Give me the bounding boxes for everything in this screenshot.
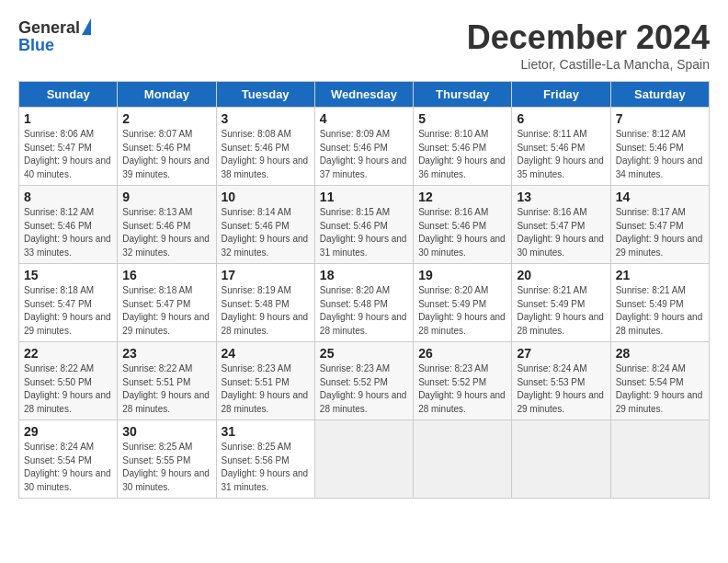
sunset-text: Sunset: 5:48 PM [320, 299, 388, 309]
day-info: Sunrise: 8:23 AM Sunset: 5:52 PM Dayligh… [320, 362, 408, 416]
sunrise-text: Sunrise: 8:15 AM [320, 207, 390, 217]
sunrise-text: Sunrise: 8:24 AM [24, 442, 94, 452]
day-info: Sunrise: 8:17 AM Sunset: 5:47 PM Dayligh… [616, 206, 704, 259]
daylight-text: Daylight: 9 hours and 30 minutes. [122, 468, 210, 492]
calendar-cell: 29 Sunrise: 8:24 AM Sunset: 5:54 PM Dayl… [19, 420, 118, 499]
sunset-text: Sunset: 5:46 PM [24, 221, 92, 231]
sunset-text: Sunset: 5:47 PM [616, 221, 684, 231]
sunrise-text: Sunrise: 8:23 AM [222, 363, 291, 373]
day-number: 25 [320, 346, 408, 361]
daylight-text: Daylight: 9 hours and 28 minutes. [418, 390, 506, 414]
day-info: Sunrise: 8:24 AM Sunset: 5:54 PM Dayligh… [616, 362, 704, 416]
daylight-text: Daylight: 9 hours and 29 minutes. [616, 234, 703, 258]
daylight-text: Daylight: 9 hours and 40 minutes. [24, 155, 111, 179]
logo-general-text: General [18, 18, 80, 38]
day-info: Sunrise: 8:24 AM Sunset: 5:53 PM Dayligh… [517, 362, 605, 416]
day-number: 2 [122, 111, 210, 126]
calendar-cell: 5 Sunrise: 8:10 AM Sunset: 5:46 PM Dayli… [414, 108, 512, 186]
sunrise-text: Sunrise: 8:20 AM [418, 285, 488, 295]
sunset-text: Sunset: 5:46 PM [122, 143, 190, 153]
title-block: December 2024 Lietor, Castille-La Mancha… [467, 18, 710, 72]
day-number: 14 [616, 190, 704, 204]
daylight-text: Daylight: 9 hours and 29 minutes. [616, 390, 703, 414]
daylight-text: Daylight: 9 hours and 33 minutes. [24, 234, 111, 258]
calendar-cell: 23 Sunrise: 8:22 AM Sunset: 5:51 PM Dayl… [118, 342, 216, 420]
weekday-header-saturday: Saturday [610, 82, 709, 108]
day-number: 7 [616, 111, 704, 126]
calendar-cell: 6 Sunrise: 8:11 AM Sunset: 5:46 PM Dayli… [512, 108, 610, 186]
day-info: Sunrise: 8:07 AM Sunset: 5:46 PM Dayligh… [122, 128, 210, 181]
daylight-text: Daylight: 9 hours and 30 minutes. [517, 234, 604, 258]
day-number: 4 [320, 111, 408, 126]
calendar-cell [512, 420, 610, 499]
day-info: Sunrise: 8:21 AM Sunset: 5:49 PM Dayligh… [517, 284, 605, 338]
weekday-header-thursday: Thursday [414, 82, 512, 108]
day-info: Sunrise: 8:09 AM Sunset: 5:46 PM Dayligh… [320, 128, 408, 181]
day-number: 1 [24, 111, 112, 126]
calendar-title: December 2024 [467, 18, 710, 57]
calendar-cell: 11 Sunrise: 8:15 AM Sunset: 5:46 PM Dayl… [314, 186, 413, 264]
day-info: Sunrise: 8:12 AM Sunset: 5:46 PM Dayligh… [24, 206, 112, 259]
daylight-text: Daylight: 9 hours and 37 minutes. [320, 155, 407, 179]
sunset-text: Sunset: 5:47 PM [24, 299, 92, 309]
sunset-text: Sunset: 5:46 PM [320, 143, 388, 153]
sunrise-text: Sunrise: 8:22 AM [24, 363, 94, 373]
sunrise-text: Sunrise: 8:25 AM [222, 442, 291, 452]
weekday-header-tuesday: Tuesday [216, 82, 314, 108]
calendar-cell: 18 Sunrise: 8:20 AM Sunset: 5:48 PM Dayl… [314, 264, 413, 342]
weekday-header-friday: Friday [512, 82, 610, 108]
sunset-text: Sunset: 5:55 PM [122, 455, 190, 465]
sunset-text: Sunset: 5:47 PM [24, 143, 92, 153]
sunrise-text: Sunrise: 8:18 AM [24, 285, 94, 295]
day-number: 16 [122, 268, 210, 282]
day-number: 27 [517, 346, 605, 361]
calendar-week-3: 15 Sunrise: 8:18 AM Sunset: 5:47 PM Dayl… [19, 264, 710, 342]
day-info: Sunrise: 8:25 AM Sunset: 5:55 PM Dayligh… [122, 441, 210, 494]
day-info: Sunrise: 8:06 AM Sunset: 5:47 PM Dayligh… [24, 128, 112, 181]
daylight-text: Daylight: 9 hours and 28 minutes. [616, 312, 703, 336]
calendar-header: SundayMondayTuesdayWednesdayThursdayFrid… [19, 82, 710, 108]
day-info: Sunrise: 8:25 AM Sunset: 5:56 PM Dayligh… [222, 441, 310, 494]
sunset-text: Sunset: 5:46 PM [320, 221, 388, 231]
calendar-cell: 1 Sunrise: 8:06 AM Sunset: 5:47 PM Dayli… [19, 108, 118, 186]
daylight-text: Daylight: 9 hours and 29 minutes. [122, 312, 210, 336]
calendar-cell: 14 Sunrise: 8:17 AM Sunset: 5:47 PM Dayl… [610, 186, 709, 264]
sunset-text: Sunset: 5:49 PM [616, 299, 684, 309]
sunset-text: Sunset: 5:50 PM [24, 377, 92, 387]
weekday-header-monday: Monday [118, 82, 216, 108]
sunset-text: Sunset: 5:49 PM [517, 299, 585, 309]
day-number: 5 [418, 111, 506, 126]
sunset-text: Sunset: 5:47 PM [122, 299, 190, 309]
calendar-cell: 4 Sunrise: 8:09 AM Sunset: 5:46 PM Dayli… [314, 108, 413, 186]
day-number: 31 [222, 424, 310, 439]
day-number: 22 [24, 346, 112, 361]
calendar-table: SundayMondayTuesdayWednesdayThursdayFrid… [18, 81, 710, 499]
daylight-text: Daylight: 9 hours and 28 minutes. [320, 312, 407, 336]
day-info: Sunrise: 8:08 AM Sunset: 5:46 PM Dayligh… [222, 128, 310, 181]
calendar-cell: 13 Sunrise: 8:16 AM Sunset: 5:47 PM Dayl… [512, 186, 610, 264]
sunrise-text: Sunrise: 8:24 AM [517, 363, 586, 373]
day-info: Sunrise: 8:22 AM Sunset: 5:51 PM Dayligh… [122, 362, 210, 416]
day-number: 19 [418, 268, 506, 282]
calendar-cell: 24 Sunrise: 8:23 AM Sunset: 5:51 PM Dayl… [216, 342, 314, 420]
sunset-text: Sunset: 5:54 PM [24, 455, 92, 465]
daylight-text: Daylight: 9 hours and 28 minutes. [517, 312, 604, 336]
calendar-cell: 21 Sunrise: 8:21 AM Sunset: 5:49 PM Dayl… [610, 264, 709, 342]
calendar-cell: 16 Sunrise: 8:18 AM Sunset: 5:47 PM Dayl… [118, 264, 216, 342]
sunset-text: Sunset: 5:47 PM [517, 221, 585, 231]
calendar-cell: 10 Sunrise: 8:14 AM Sunset: 5:46 PM Dayl… [216, 186, 314, 264]
sunrise-text: Sunrise: 8:23 AM [418, 363, 488, 373]
day-number: 24 [222, 346, 310, 361]
day-number: 28 [616, 346, 704, 361]
sunset-text: Sunset: 5:52 PM [418, 377, 486, 387]
day-number: 18 [320, 268, 408, 282]
daylight-text: Daylight: 9 hours and 30 minutes. [24, 468, 111, 492]
calendar-cell: 7 Sunrise: 8:12 AM Sunset: 5:46 PM Dayli… [610, 108, 709, 186]
daylight-text: Daylight: 9 hours and 28 minutes. [222, 390, 309, 414]
calendar-cell: 2 Sunrise: 8:07 AM Sunset: 5:46 PM Dayli… [118, 108, 216, 186]
calendar-cell: 20 Sunrise: 8:21 AM Sunset: 5:49 PM Dayl… [512, 264, 610, 342]
calendar-cell: 22 Sunrise: 8:22 AM Sunset: 5:50 PM Dayl… [19, 342, 118, 420]
calendar-cell [610, 420, 709, 499]
daylight-text: Daylight: 9 hours and 28 minutes. [222, 312, 309, 336]
sunset-text: Sunset: 5:52 PM [320, 377, 388, 387]
